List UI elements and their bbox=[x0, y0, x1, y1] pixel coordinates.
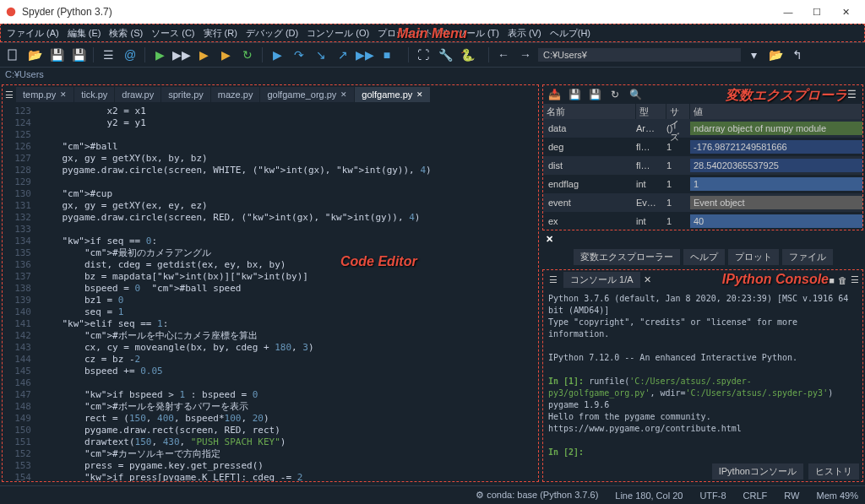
window-title: Spyder (Python 3.7) bbox=[22, 6, 112, 18]
ipython-console: ☰ コンソール 1/A ✕ ■ 🗑 ☰ Python 3.7.6 (defaul… bbox=[542, 269, 863, 482]
save-all-icon[interactable]: 💾 bbox=[69, 46, 88, 64]
editor-tab[interactable]: tick.py bbox=[74, 87, 115, 102]
import-icon[interactable]: 📥 bbox=[547, 89, 562, 100]
run-cell-icon[interactable]: ▶▶ bbox=[172, 46, 191, 64]
list-icon[interactable]: ☰ bbox=[99, 46, 117, 64]
editor-tab[interactable]: temp.py✕ bbox=[16, 87, 74, 102]
close-pane-icon[interactable]: ✕ bbox=[541, 232, 558, 247]
maximize-button[interactable]: ☐ bbox=[802, 7, 831, 18]
working-dir-input[interactable]: C:¥Users¥ bbox=[538, 48, 741, 62]
step-over-icon[interactable]: ↷ bbox=[290, 46, 308, 64]
continue-icon[interactable]: ▶▶ bbox=[356, 46, 374, 64]
status-mem: Mem 49% bbox=[816, 490, 858, 501]
right-pane: 📥 💾 💾 ↻ 🔍 ☰ 名前 型 サイズ 値 dataAr…()ndarray … bbox=[541, 83, 865, 484]
tabbar-menu-icon[interactable]: ☰ bbox=[3, 89, 16, 100]
forward-icon[interactable]: → bbox=[516, 46, 535, 64]
conbot-history[interactable]: ヒストリ bbox=[808, 463, 859, 480]
parent-dir-icon[interactable]: ↰ bbox=[788, 46, 807, 64]
svg-rect-1 bbox=[8, 50, 16, 60]
back-icon[interactable]: ← bbox=[494, 46, 513, 64]
toolbar: 📂 💾 💾 ☰ @ ▶ ▶▶ ▶ ▶ ↻ ▶ ↷ ↘ ↗ ▶▶ ■ ⛶ 🔧 🐍 … bbox=[0, 42, 865, 68]
browse-folder-icon[interactable]: 📂 bbox=[766, 46, 785, 64]
panetab-varexp[interactable]: 変数エクスプローラー bbox=[574, 249, 680, 265]
search-icon[interactable]: 🔍 bbox=[628, 89, 643, 100]
status-enc: UTF-8 bbox=[699, 490, 726, 501]
rerun-icon[interactable]: ↻ bbox=[238, 46, 257, 64]
console-tab-close-icon[interactable]: ✕ bbox=[644, 274, 651, 285]
editor-tabs: ☰ temp.py✕ tick.py draw.py sprite.py maz… bbox=[3, 85, 538, 104]
line-gutter: 123 124 125 126 127 128 129 130 131 132 … bbox=[3, 104, 36, 481]
menu-edit[interactable]: 編集 (E) bbox=[65, 25, 104, 41]
menu-project[interactable]: プロジェクト (P) bbox=[375, 25, 451, 41]
stop-icon[interactable]: ■ bbox=[378, 46, 396, 64]
console-bottom-tabs: IPythonコンソール ヒストリ bbox=[543, 462, 862, 481]
step-into-icon[interactable]: ↘ bbox=[312, 46, 330, 64]
python-path-icon[interactable]: 🐍 bbox=[458, 46, 476, 64]
minimize-button[interactable]: — bbox=[774, 7, 802, 17]
open-icon[interactable]: 📂 bbox=[25, 46, 44, 64]
conbot-ipython[interactable]: IPythonコンソール bbox=[712, 463, 803, 480]
options-icon[interactable]: ☰ bbox=[851, 274, 859, 285]
menu-source[interactable]: ソース (C) bbox=[149, 25, 197, 41]
status-eol: CRLF bbox=[743, 490, 768, 501]
run-sel-icon[interactable]: ▶ bbox=[194, 46, 213, 64]
menubar: ファイル (A) 編集 (E) 検索 (S) ソース (C) 実行 (R) デバ… bbox=[0, 24, 865, 42]
panetab-plot[interactable]: プロット bbox=[728, 249, 779, 265]
console-output[interactable]: Python 3.7.6 (default, Jan 8 2020, 20:23… bbox=[543, 290, 862, 462]
expand-icon[interactable]: ⛶ bbox=[414, 46, 432, 64]
variable-explorer: 📥 💾 💾 ↻ 🔍 ☰ 名前 型 サイズ 値 dataAr…()ndarray … bbox=[542, 84, 863, 230]
clear-icon[interactable]: 🗑 bbox=[838, 275, 847, 285]
code-editor[interactable]: 123 124 125 126 127 128 129 130 131 132 … bbox=[3, 104, 538, 481]
dd-icon[interactable]: ▾ bbox=[744, 46, 763, 64]
var-row[interactable]: distfl…128.54020365537925 bbox=[543, 156, 862, 175]
var-row[interactable]: eventEv…1Event object bbox=[543, 193, 862, 212]
editor-tab[interactable]: golfgame.py✕ bbox=[355, 87, 431, 102]
editor-pane: ☰ temp.py✕ tick.py draw.py sprite.py maz… bbox=[2, 84, 539, 482]
status-env[interactable]: ⚙ conda: base (Python 3.7.6) bbox=[476, 490, 598, 501]
menu-run[interactable]: 実行 (R) bbox=[201, 25, 240, 41]
debug-icon[interactable]: ▶ bbox=[268, 46, 286, 64]
console-tab[interactable]: コンソール 1/A bbox=[563, 272, 640, 288]
status-perm: RW bbox=[784, 490, 799, 501]
close-button[interactable]: ✕ bbox=[831, 7, 860, 18]
panetab-help[interactable]: ヘルプ bbox=[683, 249, 725, 265]
menu-debug[interactable]: デバッグ (D) bbox=[243, 25, 301, 41]
menu-console[interactable]: コンソール (O) bbox=[304, 25, 372, 41]
menu-search[interactable]: 検索 (S) bbox=[106, 25, 145, 41]
wrench-icon[interactable]: 🔧 bbox=[436, 46, 454, 64]
at-icon[interactable]: @ bbox=[121, 46, 139, 64]
refresh-icon[interactable]: ↻ bbox=[607, 89, 623, 100]
path-breadcrumb[interactable]: C:¥Users bbox=[0, 68, 865, 83]
run-icon[interactable]: ▶ bbox=[150, 46, 169, 64]
editor-tab[interactable]: golfgame_org.py✕ bbox=[260, 87, 355, 102]
stop-kernel-icon[interactable]: ■ bbox=[829, 275, 835, 285]
menu-file[interactable]: ファイル (A) bbox=[4, 25, 62, 41]
save-icon[interactable]: 💾 bbox=[47, 46, 66, 64]
svg-point-0 bbox=[7, 8, 16, 17]
run-line-icon[interactable]: ▶ bbox=[216, 46, 235, 64]
editor-tab[interactable]: maze.py bbox=[211, 87, 261, 102]
var-row[interactable]: degfl…1-176.98721249581666 bbox=[543, 138, 862, 156]
step-out-icon[interactable]: ↗ bbox=[334, 46, 352, 64]
console-menu-icon[interactable]: ☰ bbox=[547, 274, 560, 285]
pane-tabs: 変数エクスプローラー ヘルプ プロット ファイル bbox=[541, 247, 865, 268]
var-row[interactable]: exint140 bbox=[543, 212, 862, 230]
editor-tab[interactable]: sprite.py bbox=[161, 87, 211, 102]
var-row[interactable]: dataAr…()ndarray object of numpy module bbox=[543, 119, 862, 138]
save-icon[interactable]: 💾 bbox=[567, 89, 582, 100]
options-icon[interactable]: ☰ bbox=[844, 89, 859, 100]
status-pos: Line 180, Col 20 bbox=[615, 490, 683, 501]
panetab-file[interactable]: ファイル bbox=[782, 249, 833, 265]
titlebar: Spyder (Python 3.7) — ☐ ✕ bbox=[0, 0, 865, 24]
menu-tool[interactable]: ツール (T) bbox=[454, 25, 502, 41]
var-table-header: 名前 型 サイズ 値 bbox=[543, 104, 862, 119]
console-header: ☰ コンソール 1/A ✕ ■ 🗑 ☰ bbox=[543, 270, 862, 290]
new-file-icon[interactable] bbox=[3, 46, 22, 64]
var-row[interactable]: endflagint11 bbox=[543, 175, 862, 193]
code-area[interactable]: x2 = x1 y2 = y1 "cm">#ball gx, gy = getX… bbox=[36, 104, 538, 481]
statusbar: ⚙ conda: base (Python 3.7.6) Line 180, C… bbox=[0, 485, 865, 504]
save-as-icon[interactable]: 💾 bbox=[587, 89, 602, 100]
menu-view[interactable]: 表示 (V) bbox=[505, 25, 544, 41]
editor-tab[interactable]: draw.py bbox=[115, 87, 161, 102]
menu-help[interactable]: ヘルプ(H) bbox=[547, 25, 593, 41]
